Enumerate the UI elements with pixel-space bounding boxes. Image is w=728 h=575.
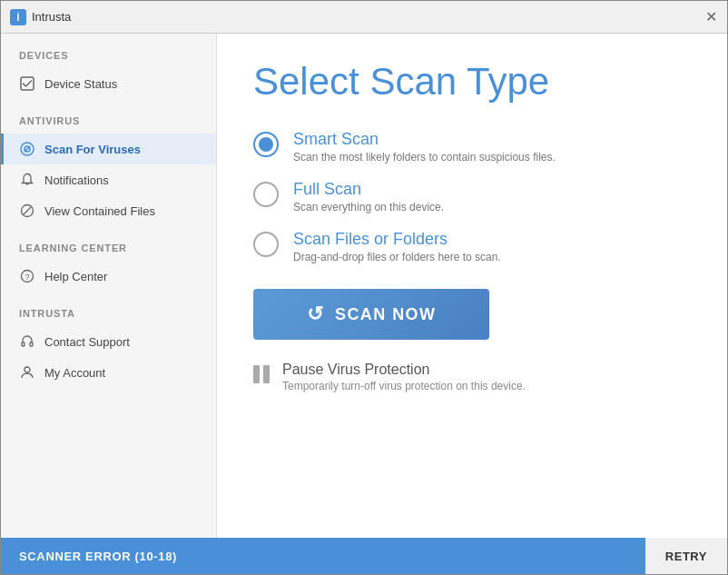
scan-option-text-smart: Smart Scan Scan the most likely folders … — [293, 130, 556, 164]
main-panel: Select Scan Type Smart Scan Scan the mos… — [217, 34, 727, 538]
person-icon — [19, 364, 35, 381]
scan-option-files-folders[interactable]: Scan Files or Folders Drag-and-drop file… — [253, 230, 691, 263]
svg-point-10 — [25, 367, 30, 372]
sidebar-label-contact-support: Contact Support — [44, 335, 130, 349]
radio-inner-smart — [259, 137, 273, 152]
titlebar: i Intrusta ✕ — [1, 1, 727, 34]
svg-rect-8 — [22, 342, 25, 346]
sidebar-section-intrusta: INTRUSTA — [1, 292, 216, 326]
shield-scan-icon — [19, 141, 35, 157]
svg-text:?: ? — [25, 273, 29, 282]
scan-option-text-full: Full Scan Scan everything on this device… — [293, 180, 444, 213]
question-icon: ? — [19, 268, 35, 284]
svg-line-5 — [24, 207, 32, 215]
pause-bar-right — [263, 365, 270, 383]
sidebar-label-device-status: Device Status — [44, 77, 117, 91]
status-error-text: SCANNER ERROR (10-18) — [19, 550, 177, 563]
smart-scan-desc: Scan the most likely folders to contain … — [293, 151, 556, 164]
pause-text-block: Pause Virus Protection Temporarily turn-… — [282, 362, 526, 392]
app-window: i Intrusta ✕ DEVICES Device Status ANTIV… — [0, 0, 728, 575]
sidebar: DEVICES Device Status ANTIVIRUS — [1, 34, 217, 538]
close-button[interactable]: ✕ — [703, 10, 718, 25]
scan-option-full[interactable]: Full Scan Scan everything on this device… — [253, 180, 691, 213]
sidebar-item-my-account[interactable]: My Account — [1, 357, 216, 388]
pause-desc: Temporarily turn-off virus protection on… — [282, 380, 526, 392]
scan-now-button[interactable]: ↺ SCAN NOW — [253, 289, 489, 340]
circle-ban-icon — [19, 203, 35, 219]
sidebar-label-scan-for-viruses: Scan For Viruses — [44, 143, 141, 156]
sidebar-item-help-center[interactable]: ? Help Center — [1, 261, 216, 292]
radio-full-scan[interactable] — [253, 182, 279, 207]
radio-scan-files[interactable] — [253, 232, 279, 257]
scan-files-desc: Drag-and-drop files or folders here to s… — [293, 251, 501, 263]
sidebar-item-scan-for-viruses[interactable]: Scan For Viruses — [1, 134, 216, 164]
status-bar: SCANNER ERROR (10-18) RETRY — [1, 538, 727, 574]
sidebar-section-learning: LEARNING CENTER — [1, 226, 216, 261]
app-logo-icon: i — [10, 9, 26, 25]
pause-section: Pause Virus Protection Temporarily turn-… — [253, 362, 691, 392]
pause-bar-left — [253, 365, 260, 383]
smart-scan-label: Smart Scan — [293, 130, 556, 149]
pause-icon — [253, 365, 270, 383]
titlebar-title: Intrusta — [32, 10, 71, 24]
sidebar-label-help-center: Help Center — [44, 270, 107, 283]
page-title: Select Scan Type — [253, 61, 691, 103]
sidebar-item-contact-support[interactable]: Contact Support — [1, 326, 216, 357]
checkbox-icon — [19, 75, 35, 92]
sidebar-section-antivirus: ANTIVIRUS — [1, 99, 216, 134]
sidebar-item-view-contained-files[interactable]: View Contained Files — [1, 195, 216, 226]
full-scan-desc: Scan everything on this device. — [293, 201, 444, 213]
scan-files-label: Scan Files or Folders — [293, 230, 501, 249]
retry-button[interactable]: RETRY — [645, 538, 727, 574]
scan-option-smart[interactable]: Smart Scan Scan the most likely folders … — [253, 130, 691, 164]
content-area: DEVICES Device Status ANTIVIRUS — [1, 34, 727, 538]
svg-rect-9 — [30, 342, 33, 346]
sidebar-item-device-status[interactable]: Device Status — [1, 68, 216, 99]
pause-title: Pause Virus Protection — [282, 362, 526, 378]
sidebar-label-my-account: My Account — [44, 366, 105, 380]
scan-option-text-files: Scan Files or Folders Drag-and-drop file… — [293, 230, 501, 263]
scan-spinner-icon: ↺ — [307, 302, 324, 326]
titlebar-logo: i Intrusta — [10, 9, 703, 25]
radio-smart-scan[interactable] — [253, 132, 279, 157]
headset-icon — [19, 333, 35, 350]
sidebar-label-notifications: Notifications — [44, 173, 109, 187]
bell-icon — [19, 172, 35, 188]
sidebar-item-notifications[interactable]: Notifications — [1, 164, 216, 195]
scan-options-list: Smart Scan Scan the most likely folders … — [253, 130, 691, 263]
full-scan-label: Full Scan — [293, 180, 444, 199]
scan-now-label: SCAN NOW — [335, 305, 437, 324]
sidebar-label-view-contained-files: View Contained Files — [44, 204, 155, 218]
sidebar-section-devices: DEVICES — [1, 34, 216, 68]
